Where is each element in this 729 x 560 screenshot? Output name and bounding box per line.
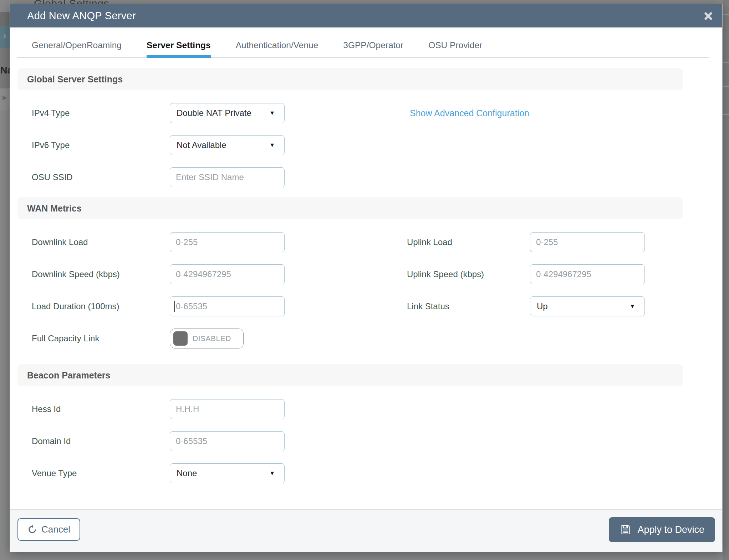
undo-icon — [27, 525, 37, 534]
domain-id-input[interactable] — [170, 431, 285, 451]
background-row-fragment: ▶ — [0, 88, 10, 110]
downlink-load-input[interactable] — [170, 232, 285, 252]
apply-to-device-button[interactable]: Apply to Device — [609, 517, 715, 542]
background-selected-row-fragment: › — [0, 26, 10, 48]
venue-type-label: Venue Type — [32, 468, 170, 478]
link-status-select[interactable]: Up ▼ — [530, 296, 645, 316]
add-anqp-server-modal: Add New ANQP Server General/OpenRoaming … — [10, 4, 723, 552]
full-capacity-link-label: Full Capacity Link — [32, 334, 170, 343]
hess-id-label: Hess Id — [32, 404, 170, 414]
caret-down-icon: ▼ — [269, 142, 275, 148]
uplink-load-input[interactable] — [530, 232, 645, 252]
background-table-header-fragment: Nar — [0, 48, 10, 88]
caret-down-icon: ▼ — [269, 110, 275, 116]
form-row-venue-type: Venue Type None ▼ — [32, 463, 722, 483]
downlink-speed-label: Downlink Speed (kbps) — [32, 269, 170, 279]
save-icon — [620, 524, 632, 536]
modal-footer: Cancel Apply to Device — [10, 509, 722, 552]
hess-id-input[interactable] — [170, 399, 285, 419]
osu-ssid-input[interactable] — [170, 167, 285, 187]
section-heading: WAN Metrics — [27, 203, 82, 214]
osu-ssid-label: OSU SSID — [32, 172, 170, 182]
form-row-full-capacity: Full Capacity Link DISABLED — [32, 329, 722, 348]
form-row-ipv4-type: IPv4 Type Double NAT Private ▼ Show Adva… — [32, 103, 722, 123]
full-capacity-link-toggle[interactable]: DISABLED — [170, 329, 244, 348]
section-global-server-settings: Global Server Settings — [17, 68, 683, 90]
tab-3gpp-operator[interactable]: 3GPP/Operator — [343, 40, 403, 58]
ipv4-type-select[interactable]: Double NAT Private ▼ — [170, 103, 285, 123]
background-row-divider — [723, 14, 729, 15]
ipv6-type-label: IPv6 Type — [32, 140, 170, 150]
form-row-duration-linkstatus: Load Duration (100ms) Link Status Up ▼ — [32, 296, 722, 316]
text-cursor — [174, 301, 175, 312]
load-duration-input-wrap — [170, 296, 285, 316]
ipv4-type-label: IPv4 Type — [32, 108, 170, 118]
apply-button-label: Apply to Device — [637, 524, 704, 535]
toggle-state-label: DISABLED — [193, 334, 231, 343]
ipv6-type-value: Not Available — [177, 140, 226, 150]
modal-header: Add New ANQP Server — [10, 4, 722, 27]
toggle-knob — [173, 331, 188, 346]
section-heading: Beacon Parameters — [27, 370, 110, 381]
downlink-load-label: Downlink Load — [32, 237, 170, 247]
form-row-ipv6-type: IPv6 Type Not Available ▼ — [32, 135, 722, 155]
show-advanced-configuration-link[interactable]: Show Advanced Configuration — [410, 108, 529, 118]
tab-general-openroaming[interactable]: General/OpenRoaming — [32, 40, 122, 58]
form-row-speed: Downlink Speed (kbps) Uplink Speed (kbps… — [32, 264, 722, 284]
load-duration-input[interactable] — [170, 296, 285, 316]
domain-id-label: Domain Id — [32, 436, 170, 446]
tab-authentication-venue[interactable]: Authentication/Venue — [236, 40, 318, 58]
tab-server-settings[interactable]: Server Settings — [147, 40, 211, 58]
cancel-button-label: Cancel — [41, 524, 70, 535]
uplink-load-label: Uplink Load — [407, 237, 530, 247]
section-wan-metrics: WAN Metrics — [17, 197, 683, 219]
venue-type-select[interactable]: None ▼ — [170, 463, 285, 483]
caret-down-icon: ▼ — [629, 303, 635, 310]
modal-title: Add New ANQP Server — [27, 10, 136, 22]
row-expand-icon: ▶ — [2, 94, 7, 101]
venue-type-value: None — [177, 468, 197, 478]
background-row-divider — [723, 86, 729, 87]
link-status-value: Up — [537, 301, 548, 311]
load-duration-label: Load Duration (100ms) — [32, 301, 170, 311]
section-heading: Global Server Settings — [27, 74, 123, 85]
cancel-button[interactable]: Cancel — [17, 518, 80, 541]
modal-tabs: General/OpenRoaming Server Settings Auth… — [17, 27, 715, 58]
tab-osu-provider[interactable]: OSU Provider — [428, 40, 482, 58]
form-row-domain-id: Domain Id — [32, 431, 722, 451]
section-beacon-parameters: Beacon Parameters — [17, 364, 683, 386]
background-row-divider — [723, 62, 729, 63]
close-icon[interactable] — [703, 11, 714, 21]
background-right-sliver — [723, 0, 729, 560]
uplink-speed-label: Uplink Speed (kbps) — [407, 269, 530, 279]
form-row-hess-id: Hess Id — [32, 399, 722, 419]
background-left-sliver: › Nar ▶ — [0, 0, 10, 560]
ipv6-type-select[interactable]: Not Available ▼ — [170, 135, 285, 155]
form-row-osu-ssid: OSU SSID — [32, 167, 722, 187]
background-row-divider — [723, 114, 729, 115]
background-toolbar-fragment — [0, 12, 10, 26]
chevron-right-icon: › — [3, 31, 6, 41]
downlink-speed-input[interactable] — [170, 264, 285, 284]
caret-down-icon: ▼ — [269, 470, 275, 477]
link-status-label: Link Status — [407, 301, 530, 311]
uplink-speed-input[interactable] — [530, 264, 645, 284]
form-row-load: Downlink Load Uplink Load — [32, 232, 722, 252]
ipv4-type-value: Double NAT Private — [177, 108, 251, 118]
